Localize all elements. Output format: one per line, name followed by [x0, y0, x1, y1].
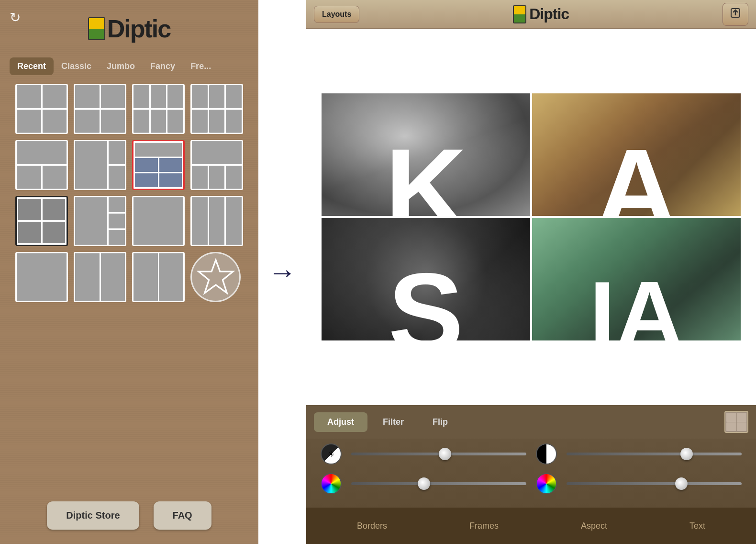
layout-3[interactable]	[132, 84, 185, 134]
contrast-slider[interactable]	[567, 453, 742, 455]
layout-4[interactable]	[190, 84, 243, 134]
collage-cell-k[interactable]: K	[321, 92, 531, 217]
share-icon	[730, 7, 741, 19]
tab-recent[interactable]: Recent	[10, 57, 54, 75]
nav-frames[interactable]: Frames	[455, 516, 513, 536]
brightness-icon: ☀	[321, 443, 342, 465]
adjust-tab[interactable]: Adjust	[314, 412, 367, 432]
logo-yellow-right	[514, 6, 525, 14]
tab-classic[interactable]: Classic	[54, 57, 99, 75]
canvas-area: K A	[306, 29, 756, 405]
left-panel: ↻ Diptic Recent Classic Jumbo Fancy Fre.…	[0, 0, 258, 544]
svg-rect-5	[322, 93, 529, 216]
slider-row-1: ☀	[321, 443, 742, 465]
filter-tab[interactable]: Filter	[369, 412, 417, 432]
bottom-controls: Adjust Filter Flip ☀	[306, 405, 756, 544]
saturation-icon	[321, 473, 342, 494]
layout-10[interactable]	[74, 196, 126, 246]
layouts-grid	[15, 84, 243, 302]
photo-collage: K A	[321, 92, 742, 341]
layout-2[interactable]	[74, 84, 126, 134]
layout-1[interactable]	[15, 84, 68, 134]
bottom-nav: Borders Frames Aspect Text	[306, 508, 756, 544]
diptic-store-button[interactable]: Diptic Store	[47, 501, 139, 530]
star-icon	[197, 258, 235, 296]
ia-letter-svg: IA	[532, 218, 741, 340]
share-button[interactable]	[723, 3, 748, 26]
thumbnail-mini[interactable]	[724, 411, 748, 433]
collage-cell-ia[interactable]: IA	[531, 217, 742, 341]
svg-marker-0	[199, 260, 233, 293]
logo-text-right: Diptic	[529, 5, 569, 23]
top-bar: Layouts Diptic	[306, 0, 756, 29]
saturation-slider[interactable]	[351, 482, 526, 485]
refresh-icon[interactable]: ↻	[10, 10, 21, 25]
layout-12[interactable]	[190, 196, 243, 246]
svg-rect-11	[322, 218, 529, 340]
tab-free[interactable]: Fre...	[183, 57, 219, 75]
layout-13[interactable]	[15, 252, 68, 302]
logo-text: Diptic	[107, 14, 170, 43]
layout-11[interactable]	[132, 196, 185, 246]
diptic-logo-right: Diptic	[513, 5, 569, 23]
contrast-icon	[536, 443, 557, 465]
app-logo: Diptic	[88, 14, 170, 43]
slider-row-2	[321, 473, 742, 494]
nav-borders[interactable]: Borders	[343, 516, 401, 536]
layout-14[interactable]	[74, 252, 126, 302]
logo-icon	[88, 17, 105, 40]
k-letter-svg: K	[322, 93, 530, 216]
svg-rect-8	[533, 93, 740, 216]
s-letter-svg: S	[322, 218, 530, 340]
layout-7-selected[interactable]	[132, 140, 185, 190]
tab-fancy[interactable]: Fancy	[143, 57, 183, 75]
brightness-slider[interactable]	[351, 453, 526, 455]
faq-button[interactable]: FAQ	[154, 501, 211, 530]
adjust-tabs: Adjust Filter Flip	[306, 405, 756, 439]
layout-9[interactable]	[15, 196, 68, 246]
layout-8[interactable]	[190, 140, 243, 190]
bottom-buttons: Diptic Store FAQ	[47, 497, 211, 530]
nav-aspect[interactable]: Aspect	[567, 516, 622, 536]
layouts-button[interactable]: Layouts	[314, 6, 359, 23]
right-panel: Layouts Diptic	[306, 0, 756, 544]
logo-icon-right	[513, 5, 526, 23]
logo-green	[89, 29, 104, 39]
logo-yellow	[89, 18, 104, 29]
category-tabs: Recent Classic Jumbo Fancy Fre...	[10, 57, 249, 75]
layout-star[interactable]	[190, 252, 241, 302]
hue-slider[interactable]	[567, 482, 742, 485]
logo-green-right	[514, 14, 525, 23]
layout-5[interactable]	[15, 140, 68, 190]
svg-rect-14	[533, 218, 740, 340]
collage-cell-a[interactable]: A	[531, 92, 742, 217]
layout-6[interactable]	[74, 140, 126, 190]
a-letter-svg: A	[532, 93, 741, 216]
layout-15[interactable]	[132, 252, 185, 302]
hue-icon	[536, 473, 557, 494]
tab-jumbo[interactable]: Jumbo	[99, 57, 143, 75]
arrow-symbol: →	[268, 256, 297, 289]
collage-cell-s[interactable]: S	[321, 217, 531, 341]
nav-text[interactable]: Text	[675, 516, 720, 536]
sliders-area: ☀	[306, 439, 756, 508]
logo-area: Diptic	[88, 14, 170, 43]
flip-tab[interactable]: Flip	[419, 412, 461, 432]
arrow-area: →	[258, 0, 306, 544]
